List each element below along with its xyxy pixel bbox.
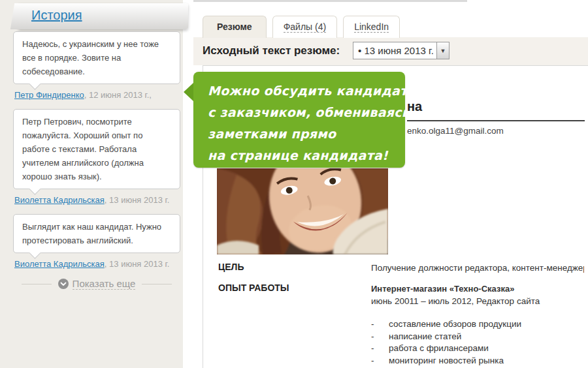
show-more-row: Показать еще: [13, 278, 180, 290]
comment-date: , 13 июня 2013 г.: [105, 195, 169, 205]
hint-callout: Можно обсудить кандидата с заказчиком, о…: [193, 72, 405, 168]
comments-list: Надеюсь, с украинским у нее тоже все в п…: [13, 31, 180, 290]
goal-text: Получение должности редактора, контент-м…: [371, 262, 584, 274]
duty-item: написание статей: [371, 331, 584, 343]
comment-bubble: Надеюсь, с украинским у нее тоже все в п…: [13, 31, 180, 84]
hint-line: с заказчиком, обмениваясь: [208, 102, 399, 123]
selected-date-value: • 13 июня 2013 г.: [353, 45, 436, 56]
resume-body: ЦЕЛЬ Получение должности редактора, конт…: [218, 262, 584, 368]
comment-bubble: Петр Петрович, посмотрите пожалуйста. Хо…: [13, 109, 180, 189]
resume-source-toolbar: Исходный текст резюме: • 13 июня 2013 г.…: [193, 37, 588, 65]
hint-line: Можно обсудить кандидата: [208, 80, 399, 102]
hint-line: заметками прямо: [208, 123, 399, 145]
tab-files[interactable]: Файлы (4): [272, 16, 337, 38]
work-period: июнь 20011 – июль 2012, Редактор сайта: [371, 295, 584, 307]
top-divider: [193, 0, 467, 2]
candidate-photo: [217, 168, 388, 254]
comment-text: Выглядит как наш кандидат. Нужно протест…: [22, 220, 171, 247]
comment-meta: Виолетта Кадрильская, 13 июня 2013 г.: [14, 259, 180, 269]
tab-bar: Резюме Файлы (4) LinkedIn: [203, 16, 406, 38]
candidate-photo-image: [217, 168, 388, 254]
comment-bubble: Выглядит как наш кандидат. Нужно протест…: [13, 214, 180, 253]
divider-line: [142, 284, 172, 284]
select-dropdown-button[interactable]: ▼: [436, 42, 449, 59]
goal-label: ЦЕЛЬ: [218, 262, 371, 274]
history-sidebar: История Надеюсь, с украинским у нее тоже…: [0, 0, 183, 368]
comment-meta: Петр Финдиренко, 12 июня 2013 г.,: [14, 90, 180, 100]
caret-down-icon: ▼: [440, 48, 446, 54]
comment-author-link[interactable]: Виолетта Кадрильская: [14, 195, 105, 205]
comment-author-link[interactable]: Виолетта Кадрильская: [14, 259, 105, 269]
comment-group: Петр Петрович, посмотрите пожалуйста. Хо…: [13, 109, 180, 205]
resume-goal-row: ЦЕЛЬ Получение должности редактора, конт…: [218, 262, 584, 274]
candidate-name: на: [407, 99, 585, 114]
comment-group: Надеюсь, с украинским у нее тоже все в п…: [13, 31, 180, 100]
comment-group: Выглядит как наш кандидат. Нужно протест…: [13, 214, 180, 269]
resume-date-select[interactable]: • 13 июня 2013 г. ▼: [353, 42, 449, 59]
tab-resume[interactable]: Резюме: [203, 16, 267, 38]
company-name: Интернет-магазин «Техно-Сказка»: [371, 283, 584, 295]
comment-text: Петр Петрович, посмотрите пожалуйста. Хо…: [22, 115, 171, 183]
hint-line: на странице кандидата!: [208, 145, 399, 166]
show-more-link[interactable]: Показать еще: [73, 278, 136, 290]
duty-item: работа с фрилансерами: [371, 343, 584, 355]
history-header-ribbon: История: [18, 3, 188, 29]
divider-line: [22, 284, 52, 284]
chevron-down-icon[interactable]: [58, 279, 69, 289]
comment-date: , 13 июня 2013 г.: [105, 259, 169, 269]
tab-linkedin[interactable]: LinkedIn: [343, 16, 400, 38]
comment-text: Надеюсь, с украинским у нее тоже все в п…: [22, 37, 171, 78]
experience-block: Интернет-магазин «Техно-Сказка» июнь 200…: [371, 283, 584, 367]
comment-author-link[interactable]: Петр Финдиренко: [14, 90, 84, 100]
duty-item: составление обзоров продукции: [371, 318, 584, 331]
duty-item: мониторинг новостей рынка: [371, 355, 584, 367]
duties-list: составление обзоров продукции написание …: [371, 318, 584, 367]
comment-meta: Виолетта Кадрильская, 13 июня 2013 г.: [14, 195, 180, 205]
candidate-email: enko.olga11@gmail.com: [407, 126, 585, 136]
source-text-label: Исходный текст резюме:: [203, 44, 340, 57]
tab-files-label: Файлы (4): [284, 22, 326, 33]
history-title-link[interactable]: История: [31, 8, 82, 23]
comment-date: , 12 июня 2013 г.,: [84, 90, 152, 100]
name-underline: [407, 120, 585, 121]
tab-linkedin-label: LinkedIn: [354, 22, 389, 33]
candidate-page: Резюме Файлы (4) LinkedIn Исходный текст…: [193, 0, 588, 368]
candidate-header: на enko.olga11@gmail.com: [407, 99, 585, 136]
experience-label: ОПЫТ РАБОТЫ: [218, 283, 371, 367]
resume-experience-row: ОПЫТ РАБОТЫ Интернет-магазин «Техно-Сказ…: [218, 283, 584, 367]
